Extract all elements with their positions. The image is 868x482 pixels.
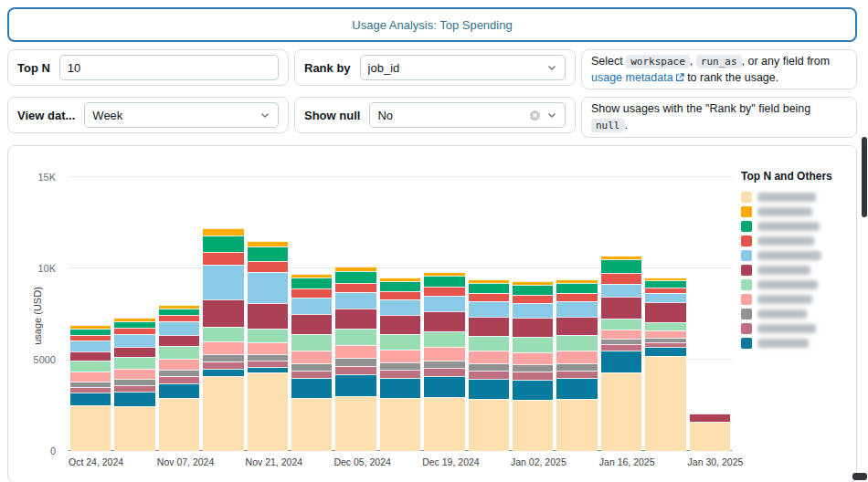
stacked-bar-jan-16[interactable] <box>601 177 641 451</box>
bar-segment[interactable] <box>159 315 199 321</box>
stacked-bar-dec-12[interactable] <box>380 177 420 451</box>
bar-segment[interactable] <box>114 392 154 406</box>
bar-segment[interactable] <box>645 356 685 451</box>
bar-segment[interactable] <box>248 342 288 354</box>
bar-segment[interactable] <box>424 361 464 368</box>
bar-segment[interactable] <box>70 393 111 405</box>
bar-segment[interactable] <box>248 303 288 329</box>
bar-segment[interactable] <box>601 297 641 319</box>
stacked-bar-jan-23[interactable] <box>645 177 685 451</box>
bar-segment[interactable] <box>291 334 332 351</box>
legend-item[interactable] <box>741 278 845 292</box>
bar-segment[interactable] <box>114 321 154 329</box>
bar-segment[interactable] <box>513 285 553 295</box>
bar-segment[interactable] <box>203 252 243 265</box>
bar-segment[interactable] <box>424 376 464 397</box>
bar-segment[interactable] <box>380 315 420 334</box>
legend-item[interactable] <box>741 234 845 248</box>
stacked-bar-nov-28[interactable] <box>291 177 332 451</box>
bar-segment[interactable] <box>159 370 199 376</box>
bar-segment[interactable] <box>380 378 420 398</box>
bar-segment[interactable] <box>335 283 376 292</box>
bar-segment[interactable] <box>159 383 199 398</box>
bar-segment[interactable] <box>469 301 509 317</box>
bar-segment[interactable] <box>513 295 553 303</box>
bar-segment[interactable] <box>469 293 509 301</box>
bar-segment[interactable] <box>248 361 288 367</box>
bar-segment[interactable] <box>469 399 509 451</box>
bar-segment[interactable] <box>556 335 597 351</box>
bar-segment[interactable] <box>291 398 332 451</box>
bar-segment[interactable] <box>380 291 420 299</box>
bar-segment[interactable] <box>424 276 464 287</box>
bar-segment[interactable] <box>556 363 597 371</box>
bar-segment[interactable] <box>424 397 464 451</box>
bar-segment[interactable] <box>335 358 376 365</box>
stacked-bar-oct-31[interactable] <box>114 177 154 451</box>
bar-segment[interactable] <box>159 321 199 335</box>
stacked-bar-nov-21[interactable] <box>248 177 288 451</box>
bar-segment[interactable] <box>424 296 464 312</box>
bar-segment[interactable] <box>335 271 376 283</box>
bar-segment[interactable] <box>159 346 199 359</box>
bar-segment[interactable] <box>690 422 730 451</box>
bar-segment[interactable] <box>513 318 553 337</box>
bar-segment[interactable] <box>601 351 641 372</box>
bar-segment[interactable] <box>380 334 420 350</box>
show-null-select[interactable]: No <box>369 102 566 128</box>
legend-item[interactable] <box>741 321 845 336</box>
bar-segment[interactable] <box>291 351 332 363</box>
bar-segment[interactable] <box>159 309 199 315</box>
bar-segment[interactable] <box>114 347 154 357</box>
bar-segment[interactable] <box>601 330 641 339</box>
bar-segment[interactable] <box>70 329 111 335</box>
bar-segment[interactable] <box>513 303 553 319</box>
bar-segment[interactable] <box>291 378 332 398</box>
clear-icon[interactable] <box>529 110 541 121</box>
bar-segment[interactable] <box>291 278 332 288</box>
bar-segment[interactable] <box>645 322 685 330</box>
bar-segment[interactable] <box>424 311 464 331</box>
legend-item[interactable] <box>741 219 845 234</box>
bar-segment[interactable] <box>203 265 243 299</box>
bar-segment[interactable] <box>556 317 597 336</box>
bar-segment[interactable] <box>70 361 111 372</box>
bar-segment[interactable] <box>70 372 111 382</box>
bar-segment[interactable] <box>513 400 553 451</box>
view-date-select[interactable]: Week <box>84 102 279 128</box>
usage-metadata-link[interactable]: usage metadata <box>591 71 684 84</box>
bar-segment[interactable] <box>469 363 509 371</box>
bar-segment[interactable] <box>380 299 420 315</box>
bar-segment[interactable] <box>601 273 641 284</box>
bar-segment[interactable] <box>203 228 243 236</box>
bar-segment[interactable] <box>469 317 509 336</box>
bar-segment[interactable] <box>556 351 597 363</box>
bar-segment[interactable] <box>601 259 641 273</box>
bar-segment[interactable] <box>556 283 597 293</box>
bar-segment[interactable] <box>291 363 332 371</box>
bar-segment[interactable] <box>70 341 111 351</box>
bar-segment[interactable] <box>291 314 332 334</box>
bar-segment[interactable] <box>645 347 685 356</box>
bar-segment[interactable] <box>335 292 376 309</box>
bar-segment[interactable] <box>335 366 376 374</box>
bar-segment[interactable] <box>424 287 464 296</box>
bar-segment[interactable] <box>248 329 288 342</box>
bar-segment[interactable] <box>513 352 553 365</box>
legend-item[interactable] <box>741 336 845 351</box>
bar-segment[interactable] <box>556 301 597 317</box>
bar-segment[interactable] <box>424 368 464 376</box>
bar-segment[interactable] <box>248 246 288 261</box>
top-n-input[interactable] <box>59 55 279 80</box>
legend-item[interactable] <box>741 292 845 307</box>
bar-segment[interactable] <box>556 371 597 378</box>
bar-segment[interactable] <box>556 399 597 451</box>
vertical-scrollbar-thumb[interactable] <box>862 137 867 217</box>
bar-segment[interactable] <box>556 293 597 301</box>
bar-segment[interactable] <box>469 379 509 399</box>
bar-segment[interactable] <box>114 406 154 451</box>
bar-segment[interactable] <box>645 280 685 288</box>
stacked-bar-nov-14[interactable] <box>203 177 243 451</box>
bar-segment[interactable] <box>248 261 288 272</box>
bar-segment[interactable] <box>203 299 243 327</box>
